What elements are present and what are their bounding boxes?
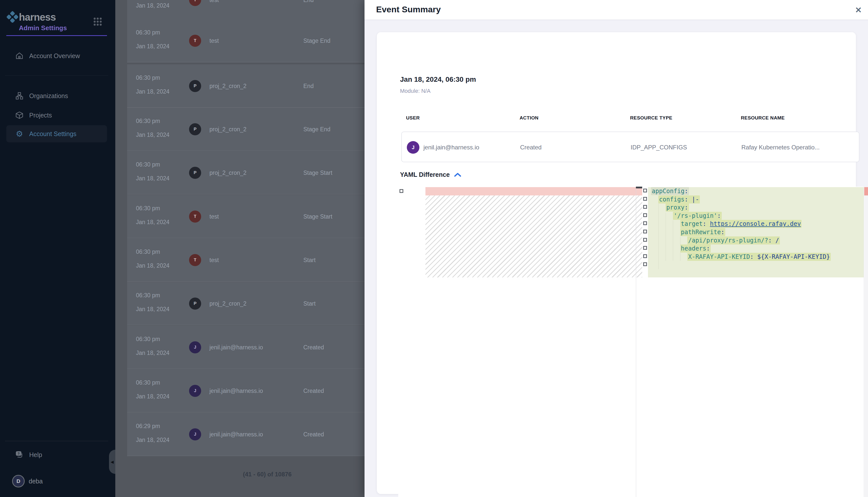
event-user-name: test [209, 213, 219, 220]
diff-token: ${X-RAFAY-API-KEYID} [757, 253, 830, 260]
diff-added-code: appConfig:configs: |-proxy:'/rs-plugin':… [648, 187, 864, 278]
yaml-difference-toggle[interactable]: YAML Difference [400, 171, 450, 178]
event-record-row: J jenil.jain@harness.io Created IDP_APP_… [401, 131, 859, 162]
indent-guide-line [673, 220, 673, 261]
diff-token: : [685, 196, 688, 203]
sidebar-collapse-handle[interactable]: ◀ [109, 450, 115, 474]
diff-token: : [706, 245, 710, 252]
sidebar-item-help[interactable]: ? Help [6, 446, 107, 463]
event-action: Start [303, 257, 316, 264]
diff-code-line: appConfig: [648, 187, 864, 196]
avatar: P [189, 167, 201, 179]
user-menu[interactable]: D deba [12, 475, 43, 487]
sidebar-item-label: Help [29, 451, 42, 458]
event-user-name: jenil.jain@harness.io [209, 344, 263, 351]
diff-token: : [750, 253, 754, 260]
avatar: J [189, 385, 201, 397]
diff-gutter-marker[interactable] [643, 221, 647, 225]
event-action: End [303, 0, 314, 3]
module-grid-icon[interactable] [93, 17, 103, 27]
event-user-name: jenil.jain@harness.io [209, 431, 263, 438]
sidebar-item-account-settings[interactable]: ⚙ Account Settings [6, 125, 107, 142]
diff-empty-region [425, 196, 642, 278]
diff-gutter-marker[interactable] [643, 189, 647, 193]
event-time: 06:30 pm [136, 118, 160, 125]
column-header-action: ACTION [520, 115, 538, 121]
event-time: 06:30 pm [136, 292, 160, 299]
drawer-header: Event Summary ✕ [364, 0, 868, 20]
sidebar-item-account-overview[interactable]: Account Overview [6, 47, 107, 65]
event-date: Jan 18, 2024 [136, 350, 169, 356]
indent-guide-line [658, 203, 659, 269]
yaml-diff-editor[interactable]: appConfig:configs: |-proxy:'/rs-plugin':… [398, 187, 868, 497]
diff-gutter-marker[interactable] [643, 205, 647, 209]
sidebar-item-label: Account Overview [29, 52, 80, 60]
diff-gutter-marker[interactable] [643, 262, 647, 266]
diff-gutter-marker[interactable] [400, 189, 403, 193]
diff-code-line: '/rs-plugin': [648, 212, 864, 220]
event-user-name: proj_2_cron_2 [209, 83, 246, 89]
diff-char-highlight: target: https://console.rafay.dev [680, 220, 802, 228]
diff-gutter-marker[interactable] [643, 230, 647, 233]
event-action: Created [303, 344, 324, 351]
sidebar-item-projects[interactable]: Projects [6, 106, 107, 124]
diff-char-highlight: configs: |- [658, 196, 700, 203]
avatar: P [189, 298, 201, 310]
avatar: T [189, 0, 201, 6]
event-user-name: proj_2_cron_2 [209, 300, 246, 307]
diff-code-line: target: https://console.rafay.dev [648, 220, 864, 228]
diff-gutter-marker[interactable] [643, 238, 647, 242]
diff-gutter-marker[interactable] [643, 197, 647, 201]
column-header-user: USER [406, 115, 419, 121]
diff-char-highlight: X-RAFAY-API-KEYID: ${X-RAFAY-API-KEYID} [687, 253, 831, 261]
event-date: Jan 18, 2024 [136, 2, 169, 9]
event-date: Jan 18, 2024 [136, 262, 169, 269]
avatar: J [189, 341, 201, 353]
event-action: Stage End [303, 126, 330, 133]
avatar: T [189, 254, 201, 266]
event-time: 06:30 pm [136, 29, 160, 36]
code-pane-edge [864, 187, 864, 497]
sidebar-item-label: Account Settings [29, 130, 77, 138]
diff-gutter-marker[interactable] [643, 254, 647, 258]
diff-token: : [685, 188, 688, 195]
record-user: jenil.jain@harness.io [424, 144, 479, 151]
column-header-resource-name: RESOURCE NAME [741, 115, 785, 121]
close-icon[interactable]: ✕ [852, 4, 865, 16]
diff-gutter-marker[interactable] [643, 246, 647, 250]
diff-deleted-line [425, 187, 642, 196]
diff-token: X-RAFAY-API-KEYID [688, 253, 750, 260]
sidebar-item-organizations[interactable]: Organizations [6, 87, 107, 104]
diff-token: |- [692, 196, 699, 203]
event-user-name: proj_2_cron_2 [209, 170, 246, 176]
avatar: P [189, 80, 201, 92]
overview-ruler[interactable] [864, 187, 868, 497]
diff-token: : [717, 212, 721, 219]
diff-gutter-marker[interactable] [643, 213, 647, 217]
column-header-resource-type: RESOURCE TYPE [630, 115, 672, 121]
pagination-info: (41 - 60) of 10876 [243, 471, 291, 478]
overview-ruler-delete-mark [864, 187, 868, 196]
event-time: 06:30 pm [136, 336, 160, 343]
brand-name: harness [19, 12, 56, 23]
event-date: Jan 18, 2024 [136, 306, 169, 313]
event-summary-card: Jan 18, 2024, 06:30 pm Module: N/A USER … [377, 32, 856, 494]
cube-icon [15, 111, 24, 119]
diff-link[interactable]: https://console.rafay.dev [710, 220, 801, 227]
avatar: J [189, 428, 201, 440]
record-action: Created [520, 144, 541, 151]
diff-code-line: configs: |- [648, 196, 864, 204]
event-date: Jan 18, 2024 [136, 175, 169, 182]
sidebar-item-label: Projects [29, 112, 52, 119]
event-action: Created [303, 387, 324, 394]
diff-token: headers [681, 245, 706, 252]
diff-code-line: proxy: [648, 203, 864, 212]
diff-char-highlight: proxy: [665, 203, 689, 212]
diff-code-line: pathRewrite: [648, 228, 864, 237]
sidebar-subtitle: Admin Settings [19, 24, 67, 32]
event-time: 06:29 pm [136, 423, 160, 430]
chevron-up-icon[interactable] [454, 172, 461, 177]
event-time: 06:30 pm [136, 379, 160, 386]
diff-token [688, 196, 692, 203]
diff-token: : [685, 204, 688, 211]
